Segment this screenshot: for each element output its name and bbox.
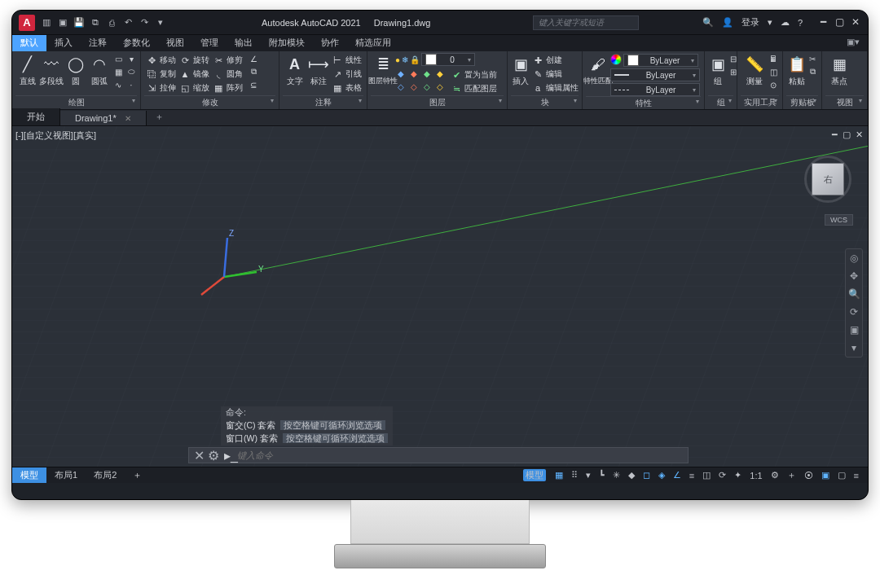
ribbon-tab-insert[interactable]: 插入: [46, 35, 81, 51]
viewport-minimize-button[interactable]: ━: [832, 129, 838, 140]
otrack-toggle-icon[interactable]: ∠: [671, 470, 684, 480]
snap-toggle-icon[interactable]: ⠿: [569, 470, 580, 480]
layer-unlk-icon[interactable]: ◇: [421, 81, 433, 92]
wcs-indicator[interactable]: WCS: [825, 214, 853, 226]
panel-expand-icon[interactable]: ▾: [774, 97, 777, 104]
explode-icon[interactable]: ⧉: [248, 66, 259, 77]
layer-frz-icon[interactable]: ◇: [408, 81, 420, 92]
workspace-icon[interactable]: ⚙: [768, 470, 781, 480]
tab-drawing1[interactable]: Drawing1*✕: [60, 111, 147, 125]
panel-expand-icon[interactable]: ▾: [728, 97, 732, 104]
gizmo-toggle-icon[interactable]: ✦: [732, 470, 744, 480]
cut-icon[interactable]: ✂: [807, 53, 818, 64]
new-tab-button[interactable]: ＋: [147, 108, 172, 125]
iso-toggle-icon[interactable]: ◆: [626, 470, 637, 480]
viewport-maximize-button[interactable]: ▢: [843, 129, 851, 140]
nav-pan-icon[interactable]: ✥: [846, 267, 862, 285]
layer-match-icon[interactable]: ◇: [434, 81, 446, 92]
dimension-button[interactable]: ⟼标注: [306, 53, 330, 87]
app-exchange-icon[interactable]: ☁: [781, 17, 790, 28]
layer-lock-icon[interactable]: 🔒: [410, 55, 420, 64]
offset-icon[interactable]: ⊆: [248, 79, 259, 90]
panel-expand-icon[interactable]: ▾: [271, 97, 274, 104]
mirror-button[interactable]: ▲镜像: [178, 68, 211, 81]
point-icon2[interactable]: ⊙: [768, 79, 779, 90]
layout-tab-add[interactable]: ＋: [125, 467, 150, 483]
layer-properties-button[interactable]: ≣图层特性: [371, 53, 395, 95]
edit-block-button[interactable]: ✎编辑: [530, 68, 580, 81]
table-button[interactable]: ▦表格: [330, 81, 363, 94]
linetype-select[interactable]: ByLayer▾: [610, 83, 700, 96]
rotate-button[interactable]: ⟳旋转: [178, 54, 211, 67]
save-icon[interactable]: 💾: [73, 16, 86, 29]
account-label[interactable]: 登录: [741, 16, 759, 29]
annoscale-label[interactable]: 1:1: [747, 471, 764, 480]
paste-button[interactable]: 📋粘贴: [786, 53, 807, 87]
layout-tab-2[interactable]: 布局2: [86, 467, 125, 483]
nav-showmotion-icon[interactable]: ▣: [846, 321, 862, 339]
layer-thaw-icon[interactable]: ◇: [395, 81, 407, 92]
create-block-button[interactable]: ✚创建: [530, 54, 580, 67]
ribbon-tab-annotate[interactable]: 注释: [81, 35, 115, 51]
erase-icon[interactable]: ∠: [248, 53, 259, 64]
view-cube[interactable]: 右: [804, 156, 851, 203]
set-current-layer-button[interactable]: ✔置为当前: [449, 68, 499, 81]
units-icon[interactable]: ⦿: [802, 471, 816, 480]
panel-expand-icon[interactable]: ▾: [359, 97, 362, 104]
polar-toggle-icon[interactable]: ✳: [610, 470, 623, 480]
polyline-button[interactable]: 〰多段线: [39, 53, 64, 87]
app-logo[interactable]: A: [19, 15, 35, 31]
trim-button[interactable]: ✂修剪: [211, 54, 244, 67]
drawing-viewport[interactable]: Y Z [-][自定义视图][真实] ━ ▢ ✕ 右 WCS ◎ ✥ 🔍 ⟳ ▣…: [12, 126, 868, 467]
array-button[interactable]: ▦阵列: [211, 81, 244, 94]
redo-icon[interactable]: ↷: [138, 16, 151, 29]
ribbon-tab-manage[interactable]: 管理: [192, 35, 227, 51]
base-view-button[interactable]: ▦基点: [825, 53, 853, 87]
3dosnap-toggle-icon[interactable]: ◈: [656, 470, 667, 480]
ribbon-collapse-button[interactable]: ▣▾: [838, 35, 868, 51]
ribbon-tab-collab[interactable]: 协作: [313, 35, 347, 51]
nav-more-icon[interactable]: ▾: [846, 339, 862, 357]
match-properties-button[interactable]: 🖌特性匹配: [586, 53, 610, 86]
layout-tab-1[interactable]: 布局1: [46, 467, 86, 483]
ribbon-tab-addins[interactable]: 附加模块: [261, 35, 313, 51]
transparency-toggle-icon[interactable]: ◫: [700, 470, 713, 480]
layer-bulb-icon[interactable]: ●: [395, 55, 400, 64]
search-icon[interactable]: 🔍: [702, 17, 714, 28]
text-button[interactable]: A文字: [283, 53, 306, 87]
ribbon-tab-output[interactable]: 输出: [227, 35, 261, 51]
account-icon[interactable]: 👤: [722, 17, 733, 28]
select-icon[interactable]: ◫: [768, 66, 779, 77]
color-wheel-icon[interactable]: [610, 54, 622, 65]
hardware-accel-icon[interactable]: ▣: [819, 470, 832, 480]
command-input[interactable]: [237, 450, 688, 460]
viewport-close-button[interactable]: ✕: [856, 129, 863, 140]
cmdline-options-icon[interactable]: ⚙: [208, 448, 219, 463]
view-label[interactable]: [-][自定义视图][真实]: [15, 129, 96, 142]
ribbon-tab-featured[interactable]: 精选应用: [347, 35, 399, 51]
edit-attr-button[interactable]: a编辑属性: [530, 81, 580, 94]
ribbon-tab-parametric[interactable]: 参数化: [115, 35, 158, 51]
viewcube-ring[interactable]: [804, 156, 851, 203]
nav-zoom-icon[interactable]: 🔍: [846, 285, 862, 303]
panel-expand-icon[interactable]: ▾: [499, 97, 502, 104]
copy-clip-icon[interactable]: ⧉: [807, 66, 818, 77]
nav-wheel-icon[interactable]: ◎: [846, 249, 862, 267]
tab-start[interactable]: 开始: [12, 108, 60, 125]
annomonitor-icon[interactable]: ＋: [785, 469, 799, 481]
restore-button[interactable]: ▢: [834, 17, 845, 29]
account-chevron-icon[interactable]: ▾: [768, 17, 772, 28]
copy-button[interactable]: ⿻复制: [144, 68, 178, 81]
layer-lock2-icon[interactable]: ◆: [434, 68, 446, 79]
lwt-toggle-icon[interactable]: ≡: [687, 471, 697, 480]
insert-block-button[interactable]: ▣插入: [511, 53, 530, 87]
group-button[interactable]: ▣组: [708, 53, 728, 87]
draw-flyout-icon[interactable]: ▾: [125, 53, 137, 64]
panel-expand-icon[interactable]: ▾: [132, 97, 135, 104]
arc-button[interactable]: ◠圆弧: [87, 53, 111, 87]
close-button[interactable]: ✕: [850, 17, 861, 29]
open-icon[interactable]: ▣: [56, 16, 69, 29]
panel-expand-icon[interactable]: ▾: [696, 98, 699, 105]
cycling-toggle-icon[interactable]: ⟳: [716, 470, 728, 480]
infer-toggle-icon[interactable]: ▾: [583, 470, 593, 480]
